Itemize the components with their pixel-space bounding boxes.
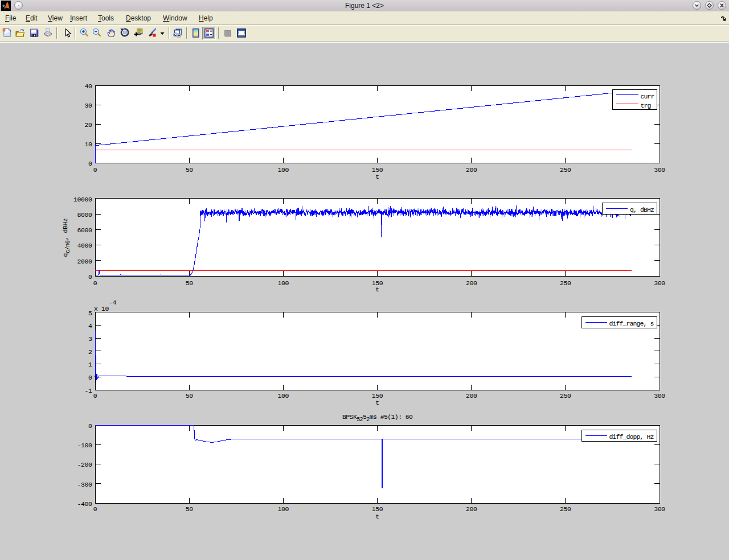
svg-text:50: 50 (186, 505, 194, 513)
svg-text:5: 5 (88, 310, 92, 317)
svg-text:50: 50 (186, 166, 194, 174)
svg-text:8000: 8000 (77, 211, 92, 219)
svg-text:2: 2 (88, 348, 92, 356)
svg-text:50: 50 (186, 279, 194, 287)
svg-text:250: 250 (560, 505, 571, 513)
svg-text:q, dBHz: q, dBHz (630, 206, 654, 213)
svg-text:10000: 10000 (73, 196, 92, 203)
svg-text:x 10-4: x 10-4 (94, 299, 117, 312)
svg-text:diff_dopp, Hz: diff_dopp, Hz (609, 433, 654, 440)
svg-text:40: 40 (84, 83, 92, 90)
svg-text:3: 3 (88, 335, 92, 343)
svg-text:200: 200 (466, 166, 477, 174)
svg-text:30: 30 (84, 102, 92, 109)
svg-text:50: 50 (186, 392, 194, 400)
svg-text:BPSK5252ms #5(1): 60: BPSK5252ms #5(1): 60 (342, 413, 413, 423)
svg-text:200: 200 (466, 279, 477, 287)
svg-text:10: 10 (84, 141, 92, 148)
svg-text:150: 150 (372, 505, 383, 513)
svg-text:250: 250 (560, 392, 571, 400)
svg-text:100: 100 (278, 505, 289, 513)
svg-text:4: 4 (88, 322, 92, 330)
svg-text:0: 0 (93, 279, 97, 287)
svg-text:300: 300 (654, 166, 665, 174)
svg-text:4000: 4000 (77, 242, 92, 249)
svg-text:200: 200 (466, 505, 477, 513)
svg-text:0: 0 (93, 505, 97, 513)
svg-text:0: 0 (88, 422, 92, 430)
svg-text:trg: trg (641, 102, 651, 109)
svg-text:20: 20 (84, 121, 92, 129)
svg-text:-1: -1 (84, 387, 92, 394)
svg-text:-400: -400 (77, 500, 92, 508)
svg-text:300: 300 (654, 279, 665, 287)
svg-text:6000: 6000 (77, 227, 92, 234)
svg-text:0: 0 (88, 160, 92, 167)
svg-text:0: 0 (88, 273, 92, 281)
svg-text:diff_range, s: diff_range, s (609, 320, 654, 327)
svg-text:250: 250 (560, 166, 571, 174)
svg-text:100: 100 (278, 392, 289, 400)
svg-text:300: 300 (654, 392, 665, 400)
svg-text:qc/n0, dBHz: qc/n0, dBHz (62, 219, 71, 257)
svg-text:t: t (375, 399, 379, 406)
svg-text:300: 300 (654, 505, 665, 513)
svg-text:t: t (375, 173, 379, 180)
svg-text:-300: -300 (77, 481, 92, 488)
svg-text:200: 200 (466, 392, 477, 400)
svg-text:0: 0 (93, 392, 97, 400)
svg-text:0: 0 (88, 374, 92, 381)
svg-text:-200: -200 (77, 461, 92, 468)
svg-text:t: t (375, 286, 379, 293)
svg-text:curr: curr (641, 93, 654, 100)
svg-text:-100: -100 (77, 442, 92, 449)
svg-text:100: 100 (278, 279, 289, 287)
svg-text:t: t (375, 513, 379, 520)
svg-text:2000: 2000 (77, 258, 92, 265)
svg-text:250: 250 (560, 279, 571, 287)
svg-text:0: 0 (93, 166, 97, 174)
svg-text:100: 100 (278, 166, 289, 174)
svg-text:1: 1 (88, 361, 92, 368)
